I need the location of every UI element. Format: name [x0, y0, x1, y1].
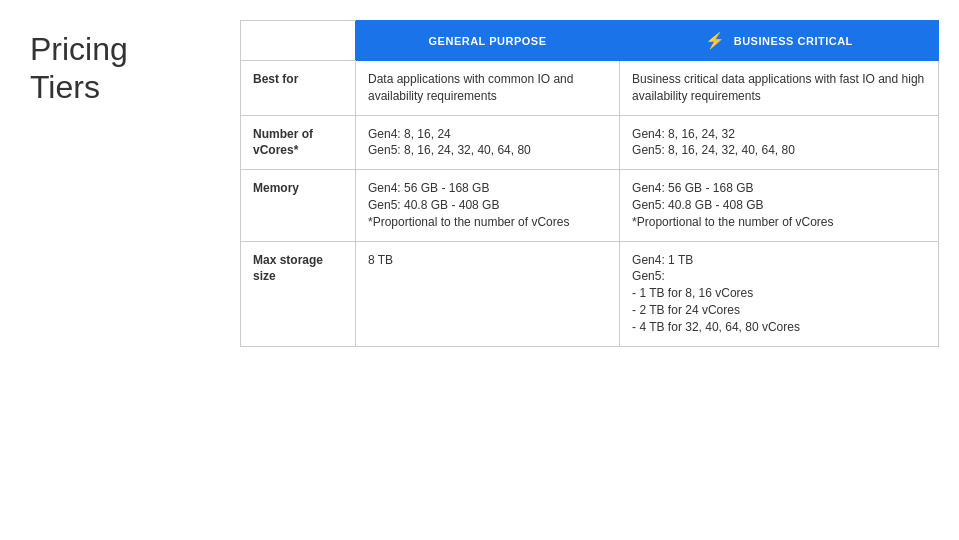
lightning-icon: ⚡	[705, 31, 726, 50]
row-content-memory-general: Gen4: 56 GB - 168 GB Gen5: 40.8 GB - 408…	[356, 170, 620, 241]
row-label-memory: Memory	[241, 170, 356, 241]
table-row: Number of vCores* Gen4: 8, 16, 24 Gen5: …	[241, 115, 939, 170]
row-content-vcores-business: Gen4: 8, 16, 24, 32 Gen5: 8, 16, 24, 32,…	[620, 115, 939, 170]
table-row: Memory Gen4: 56 GB - 168 GB Gen5: 40.8 G…	[241, 170, 939, 241]
page-container: Pricing Tiers GENERAL PURPOSE ⚡ BUSINESS…	[0, 0, 959, 540]
row-label-vcores: Number of vCores*	[241, 115, 356, 170]
pricing-table: GENERAL PURPOSE ⚡ BUSINESS CRITICAL Best…	[240, 20, 939, 347]
header-business-inner: ⚡ BUSINESS CRITICAL	[620, 31, 938, 50]
header-business-critical: ⚡ BUSINESS CRITICAL	[620, 21, 939, 61]
row-content-memory-business: Gen4: 56 GB - 168 GB Gen5: 40.8 GB - 408…	[620, 170, 939, 241]
row-label-best-for: Best for	[241, 61, 356, 116]
row-content-storage-general: 8 TB	[356, 241, 620, 346]
title-section: Pricing Tiers	[30, 20, 230, 107]
row-content-storage-business: Gen4: 1 TB Gen5: - 1 TB for 8, 16 vCores…	[620, 241, 939, 346]
row-content-best-for-general: Data applications with common IO and ava…	[356, 61, 620, 116]
page-title: Pricing Tiers	[30, 30, 230, 107]
row-label-storage: Max storage size	[241, 241, 356, 346]
row-content-best-for-business: Business critical data applications with…	[620, 61, 939, 116]
header-general-purpose: GENERAL PURPOSE	[356, 21, 620, 61]
header-empty-cell	[241, 21, 356, 61]
table-header-row: GENERAL PURPOSE ⚡ BUSINESS CRITICAL	[241, 21, 939, 61]
table-row: Best for Data applications with common I…	[241, 61, 939, 116]
table-row: Max storage size 8 TB Gen4: 1 TB Gen5: -…	[241, 241, 939, 346]
table-section: GENERAL PURPOSE ⚡ BUSINESS CRITICAL Best…	[230, 20, 939, 347]
row-content-vcores-general: Gen4: 8, 16, 24 Gen5: 8, 16, 24, 32, 40,…	[356, 115, 620, 170]
